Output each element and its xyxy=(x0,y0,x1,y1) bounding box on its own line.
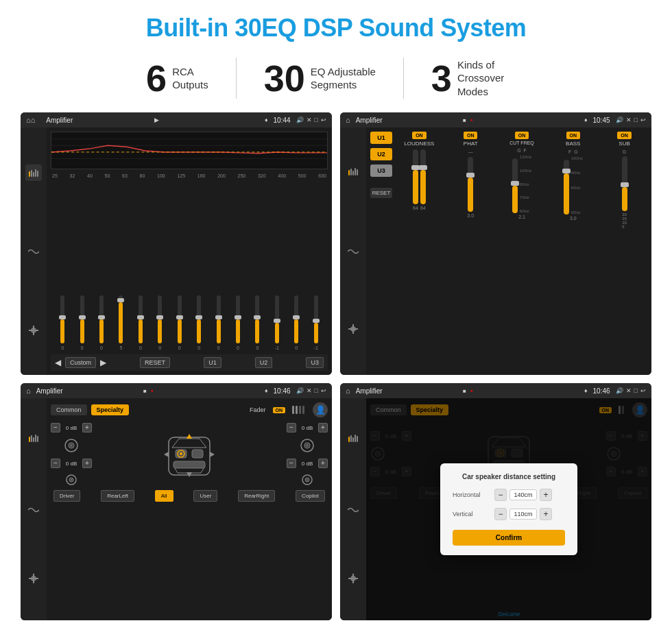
db-val-fl: 0 dB xyxy=(62,425,80,431)
horizontal-value: 140cm xyxy=(509,489,537,500)
cutfreq-toggle[interactable]: ON xyxy=(515,132,529,139)
custom-button[interactable]: Custom xyxy=(65,357,96,368)
u2-button[interactable]: U2 xyxy=(255,357,273,368)
speaker-layout: − 0 dB + xyxy=(51,423,328,486)
home-icon-1[interactable]: ⌂ xyxy=(26,116,35,124)
db-minus-fl[interactable]: − xyxy=(51,423,60,432)
speaker-rl xyxy=(65,474,77,486)
db-ctrl-fr: − 0 dB + xyxy=(287,423,328,432)
speaker-fr xyxy=(300,438,315,453)
driver-btn[interactable]: Driver xyxy=(53,490,80,502)
db-plus-rl[interactable]: + xyxy=(82,459,92,468)
db-plus-fr[interactable]: + xyxy=(318,423,328,432)
cross-icon-2[interactable] xyxy=(348,324,358,337)
dot-icon-3: ● xyxy=(151,389,154,393)
prev-icon[interactable]: ◀ xyxy=(55,358,61,367)
next-icon[interactable]: ▶ xyxy=(100,358,106,367)
vertical-label: Vertical xyxy=(453,511,490,517)
db-plus-rr[interactable]: + xyxy=(318,459,328,468)
db-plus-fl[interactable]: + xyxy=(82,423,92,432)
screen-amp: ⌂ Amplifier ■ ● ♦ 10:45 🔊 ✕ □ ↩ xyxy=(340,112,651,375)
u3-btn[interactable]: U3 xyxy=(370,164,392,177)
eq-icon-2[interactable] xyxy=(348,166,359,180)
play-icon-1[interactable]: ▶ xyxy=(154,117,159,123)
back-icon-4[interactable]: ↩ xyxy=(640,387,646,394)
loudness-slider[interactable] xyxy=(413,149,418,204)
x-icon-2[interactable]: ✕ xyxy=(626,117,632,123)
db-minus-rl[interactable]: − xyxy=(51,459,60,468)
horizontal-plus[interactable]: + xyxy=(540,489,552,501)
u1-button[interactable]: U1 xyxy=(204,357,221,368)
horizontal-ctrl: − 140cm + xyxy=(494,489,552,501)
bass-toggle[interactable]: ON xyxy=(566,132,581,139)
vertical-minus[interactable]: − xyxy=(494,508,507,520)
wave-icon-2[interactable] xyxy=(348,245,359,258)
pin-icon-1: ♦ xyxy=(265,117,268,123)
avatar-3[interactable]: 👤 xyxy=(313,402,328,417)
svg-rect-13 xyxy=(350,169,352,175)
back-icon-3[interactable]: ↩ xyxy=(321,387,326,394)
amp-left xyxy=(340,127,366,375)
x-icon-1[interactable]: ✕ xyxy=(307,117,312,123)
amp-channel-phat: ON PHAT — 3.0 xyxy=(448,132,494,371)
x-icon-3[interactable]: ✕ xyxy=(307,387,312,394)
copilot-btn[interactable]: Copilot xyxy=(296,490,325,502)
svg-rect-16 xyxy=(357,169,358,175)
eq-slider-track-1[interactable] xyxy=(60,295,64,343)
u1-btn[interactable]: U1 xyxy=(370,132,392,144)
x-icon-4[interactable]: ✕ xyxy=(626,387,632,394)
wave-icon-3[interactable] xyxy=(28,504,39,516)
user-btn[interactable]: User xyxy=(193,490,217,502)
horizontal-label: Horizontal xyxy=(453,491,490,498)
cross-icon-3[interactable] xyxy=(29,574,38,586)
svg-rect-22 xyxy=(33,437,34,442)
eq-icon-4[interactable] xyxy=(348,432,359,446)
amp-channel-cutfreq: ON CUT FREQ GF 120Hz 100Hz xyxy=(499,132,545,371)
svg-rect-23 xyxy=(35,435,36,442)
eq-icon-3[interactable] xyxy=(28,432,39,446)
rec-icon-2: ■ xyxy=(463,117,466,123)
back-icon-2[interactable]: ↩ xyxy=(640,117,646,123)
stat-desc-eq: EQ Adjustable Segments xyxy=(311,65,376,92)
svg-marker-43 xyxy=(210,452,215,457)
screen2-content: U1 U2 U3 RESET ON LOUDNESS xyxy=(340,127,651,375)
home-icon-3[interactable]: ⌂ xyxy=(26,387,31,395)
reset-button-1[interactable]: RESET xyxy=(140,357,170,368)
fader-toggle-ctrl[interactable] xyxy=(292,406,304,414)
main-title: Built-in 30EQ DSP Sound System xyxy=(146,14,526,42)
wave-icon-1[interactable] xyxy=(25,243,42,260)
sub-label: SUB xyxy=(619,141,629,147)
home-icon-4[interactable]: ⌂ xyxy=(346,387,350,395)
db-minus-fr[interactable]: − xyxy=(287,423,296,432)
tab-specialty-3[interactable]: Specialty xyxy=(91,404,130,415)
sp-left xyxy=(21,398,47,620)
eq-sliders: 0 0 xyxy=(51,181,328,350)
sub-toggle[interactable]: ON xyxy=(617,132,632,139)
cross-icon-1[interactable] xyxy=(25,322,42,339)
rearleft-btn[interactable]: RearLeft xyxy=(101,490,134,502)
phat-label: PHAT xyxy=(464,141,478,147)
wave-icon-4[interactable] xyxy=(348,504,359,516)
cross-icon-4[interactable] xyxy=(348,574,358,586)
loudness-slider2[interactable] xyxy=(420,149,426,204)
horizontal-minus[interactable]: − xyxy=(494,489,507,501)
back-icon-1[interactable]: ↩ xyxy=(321,117,326,123)
u2-btn[interactable]: U2 xyxy=(370,148,392,160)
db-val-rl: 0 dB xyxy=(62,461,80,467)
home-icon-2[interactable]: ⌂ xyxy=(346,116,350,124)
vol-icon-1: 🔊 xyxy=(296,117,304,123)
screen3-content: Common Specialty Fader ON 👤 xyxy=(21,398,332,620)
sp-top: Common Specialty Fader ON 👤 xyxy=(51,402,328,417)
rec-icon-3: ■ xyxy=(143,388,147,394)
rearright-btn[interactable]: RearRight xyxy=(238,490,275,502)
db-minus-rr[interactable]: − xyxy=(287,459,296,468)
confirm-button[interactable]: Confirm xyxy=(453,530,565,546)
tab-common-3[interactable]: Common xyxy=(51,404,87,415)
vertical-plus[interactable]: + xyxy=(540,508,552,520)
all-btn[interactable]: All xyxy=(155,490,173,502)
eq-icon-1[interactable] xyxy=(25,164,42,181)
loudness-toggle[interactable]: ON xyxy=(412,132,427,139)
phat-toggle[interactable]: ON xyxy=(464,132,478,139)
u3-button[interactable]: U3 xyxy=(306,357,324,368)
reset-btn-2[interactable]: RESET xyxy=(370,188,392,198)
